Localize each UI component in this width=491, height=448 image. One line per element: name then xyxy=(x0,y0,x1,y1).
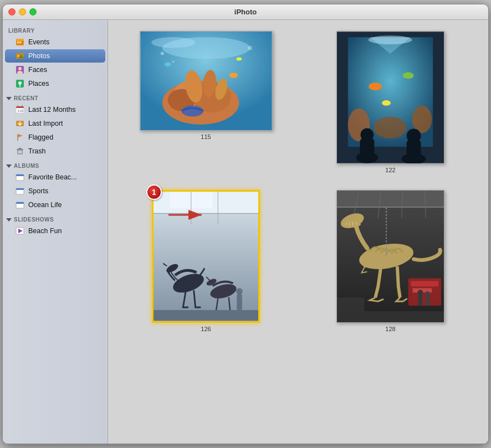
oceanlife-label: Ocean Life xyxy=(28,201,101,209)
sidebar-item-flagged[interactable]: Flagged xyxy=(5,131,105,144)
svg-point-55 xyxy=(369,83,382,90)
faces-label: Faces xyxy=(28,66,101,74)
recent-section-header: RECENT xyxy=(14,95,38,101)
albums-section-header: ALBUMS xyxy=(14,163,39,169)
slideshows-triangle xyxy=(6,218,12,222)
sidebar-item-lastimport[interactable]: Last Import xyxy=(5,117,105,130)
svg-rect-1 xyxy=(16,39,24,41)
svg-point-42 xyxy=(181,106,203,117)
sidebar-item-beachfun[interactable]: Beach Fun xyxy=(5,224,105,238)
sidebar: LIBRARY Events xyxy=(3,20,108,444)
events-label: Events xyxy=(28,38,101,46)
recent-triangle xyxy=(6,97,12,100)
svg-rect-90 xyxy=(411,281,438,287)
photo-item-115[interactable]: 115 xyxy=(125,31,287,173)
lastimport-icon xyxy=(15,119,25,128)
svg-point-43 xyxy=(229,73,238,78)
beachfun-label: Beach Fun xyxy=(28,227,101,235)
flagged-icon xyxy=(15,132,25,142)
photo-badge-126: 1 xyxy=(146,184,162,200)
sidebar-item-events[interactable]: Events xyxy=(5,35,105,49)
photo-item-122[interactable]: 122 xyxy=(309,31,472,173)
sidebar-item-favoritebeach[interactable]: Favorite Beac... xyxy=(5,171,105,184)
sidebar-item-trash[interactable]: Trash xyxy=(5,145,105,158)
beachfun-icon xyxy=(15,226,25,236)
photo-area: 115 xyxy=(108,20,488,444)
svg-rect-2 xyxy=(17,42,19,43)
svg-point-57 xyxy=(382,100,391,106)
svg-point-95 xyxy=(425,291,429,296)
svg-rect-25 xyxy=(16,174,24,176)
svg-point-44 xyxy=(164,62,171,66)
photo-label-126: 126 xyxy=(201,326,211,332)
sidebar-item-faces[interactable]: Faces xyxy=(5,63,105,76)
svg-rect-80 xyxy=(337,190,444,207)
library-section-header: LIBRARY xyxy=(3,24,108,35)
svg-point-48 xyxy=(248,46,252,50)
svg-point-93 xyxy=(417,290,423,295)
svg-point-5 xyxy=(17,55,19,57)
close-button[interactable] xyxy=(8,8,16,16)
traffic-lights xyxy=(8,8,37,16)
photos-icon xyxy=(15,51,25,61)
svg-rect-20 xyxy=(18,148,22,149)
svg-point-63 xyxy=(407,128,421,143)
sidebar-item-oceanlife[interactable]: Ocean Life xyxy=(5,198,105,212)
maximize-button[interactable] xyxy=(29,8,37,16)
photo-item-126[interactable]: 1 xyxy=(125,190,287,332)
photo-label-115: 115 xyxy=(201,133,211,140)
photo-image-128 xyxy=(336,190,444,323)
minimize-button[interactable] xyxy=(19,8,26,16)
oceanlife-icon xyxy=(15,200,25,210)
photo-item-128[interactable]: 128 xyxy=(309,190,472,332)
photo-wrapper-115 xyxy=(140,31,273,131)
sidebar-item-photos[interactable]: Photos xyxy=(5,49,105,63)
photos-label: Photos xyxy=(28,52,101,60)
iphoto-window: iPhoto LIBRARY Events xyxy=(2,4,489,444)
photo-label-122: 122 xyxy=(385,167,395,173)
favoritebeach-icon xyxy=(15,172,25,182)
svg-rect-92 xyxy=(418,295,422,306)
arrow-overlay-126 xyxy=(166,207,210,223)
svg-text:1-12: 1-12 xyxy=(18,109,23,112)
photo-wrapper-122 xyxy=(336,31,444,164)
photo-wrapper-126: 1 xyxy=(152,190,260,323)
svg-point-78 xyxy=(236,288,243,295)
svg-rect-27 xyxy=(16,188,24,190)
svg-point-54 xyxy=(374,117,406,139)
lastimport-label: Last Import xyxy=(28,120,101,127)
photo-label-128: 128 xyxy=(385,326,395,332)
sports-label: Sports xyxy=(28,187,101,195)
svg-point-7 xyxy=(18,67,22,70)
photo-wrapper-128 xyxy=(336,190,444,323)
svg-point-46 xyxy=(160,52,163,55)
svg-rect-3 xyxy=(19,42,21,43)
svg-rect-94 xyxy=(426,296,429,306)
svg-rect-59 xyxy=(360,138,375,159)
svg-rect-97 xyxy=(337,311,444,322)
sidebar-item-last12months[interactable]: 1-12 Last 12 Months xyxy=(5,103,105,116)
trash-label: Trash xyxy=(28,147,101,155)
svg-point-60 xyxy=(361,128,374,141)
svg-rect-29 xyxy=(16,202,24,204)
slideshows-section-header: SLIDESHOWS xyxy=(14,217,54,223)
svg-point-47 xyxy=(172,60,174,63)
main-content: LIBRARY Events xyxy=(3,20,488,444)
flagged-label: Flagged xyxy=(28,133,101,141)
photo-image-115 xyxy=(140,31,273,131)
last12months-icon: 1-12 xyxy=(15,105,25,115)
places-label: Places xyxy=(28,80,101,87)
favoritebeach-label: Favorite Beac... xyxy=(28,173,101,181)
svg-rect-19 xyxy=(17,149,23,150)
last12months-label: Last 12 Months xyxy=(28,106,101,114)
photo-image-122 xyxy=(336,31,444,164)
sidebar-item-places[interactable]: Places xyxy=(5,77,105,90)
window-title: iPhoto xyxy=(234,8,257,16)
photo-grid: 115 xyxy=(125,31,472,332)
svg-point-56 xyxy=(403,72,414,79)
svg-point-45 xyxy=(236,57,242,60)
sidebar-item-sports[interactable]: Sports xyxy=(5,184,105,198)
places-icon xyxy=(15,79,25,89)
titlebar: iPhoto xyxy=(3,4,488,20)
events-icon xyxy=(15,37,25,47)
